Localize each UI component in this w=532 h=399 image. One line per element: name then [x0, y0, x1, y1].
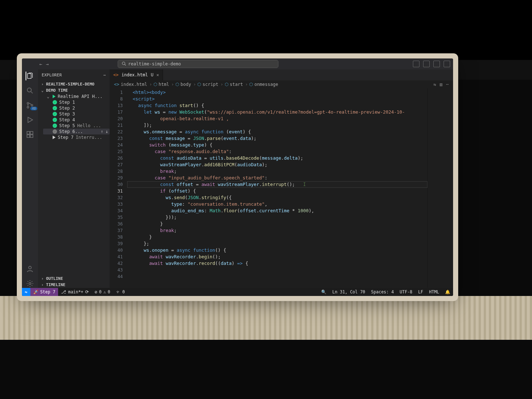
- layout-panel-icon[interactable]: [423, 61, 430, 67]
- error-icon: ⊘: [95, 289, 97, 294]
- folder-demo-time[interactable]: ⌄ DEMO TIME: [38, 87, 110, 94]
- account-icon[interactable]: [26, 265, 34, 273]
- step-item-3[interactable]: Step 3: [43, 111, 110, 117]
- code-line-31[interactable]: const offset = await wavStreamPlayer.int…: [127, 181, 428, 188]
- tab-index-html[interactable]: <> index.html U ✕: [110, 69, 163, 80]
- code-line-8[interactable]: <script>: [127, 96, 428, 102]
- status-indent[interactable]: Spaces: 4: [368, 288, 397, 296]
- code-line-28[interactable]: wavStreamPlayer.add16BitPCM(audioData);: [127, 162, 428, 168]
- nav-back-icon[interactable]: ←: [39, 61, 42, 67]
- status-notifications[interactable]: 🔔: [442, 288, 453, 296]
- code-line-43[interactable]: await wavRecorder.begin();: [127, 254, 428, 260]
- code-line-13[interactable]: async function start() {: [127, 102, 428, 109]
- breadcrumbs[interactable]: <> index.html› ⬡ html› ⬡ body› ⬡ script›…: [110, 80, 453, 88]
- command-center[interactable]: realtime-simple-demo: [118, 60, 278, 68]
- step-item-1[interactable]: Step 1: [43, 99, 110, 105]
- step-label: Step 2: [59, 106, 75, 111]
- run-debug-icon[interactable]: [26, 115, 34, 124]
- code-line-26[interactable]: case "response.audio.delta":: [127, 148, 428, 155]
- status-language[interactable]: HTML: [426, 288, 442, 296]
- demo-root[interactable]: ⌄Realtime API H...: [43, 94, 110, 99]
- settings-gear-icon[interactable]: [26, 279, 34, 288]
- code-line-17[interactable]: let ws = new WebSocket("wss://api.openai…: [127, 109, 428, 115]
- code-line-35[interactable]: audio_end_ms: Math.floor(offset.currentT…: [127, 208, 428, 214]
- code-line-33[interactable]: ws.send(JSON.stringify({: [127, 194, 428, 201]
- breadcrumb-body[interactable]: › ⬡ body: [171, 82, 191, 87]
- status-branch[interactable]: ⎇ main*+ ⟳: [58, 288, 92, 296]
- chevron-right-icon: ›: [221, 82, 223, 87]
- symbol-icon: ⬡: [175, 82, 179, 87]
- code-line-20[interactable]: openai-beta.realtime-v1 ,: [127, 115, 428, 122]
- explorer-sidebar: EXPLORER ⋯ › REALTIME-SIMPLE-DEMO ⌄ DEMO…: [38, 69, 110, 288]
- status-encoding[interactable]: UTF-8: [397, 288, 415, 296]
- chevron-right-icon: ›: [149, 82, 152, 87]
- code-line-36[interactable]: }));: [127, 214, 428, 221]
- layout-secondary-icon[interactable]: [433, 61, 440, 67]
- code-line-38[interactable]: break;: [127, 227, 428, 234]
- svg-point-10: [29, 282, 31, 285]
- code-line-29[interactable]: break;: [127, 168, 428, 175]
- move-up-icon[interactable]: ↑: [101, 129, 103, 134]
- code-line-1[interactable]: <html><body>: [127, 89, 428, 96]
- code-line-44[interactable]: await wavRecorder.record((data) => {: [127, 260, 428, 267]
- compare-icon[interactable]: ⇆: [433, 82, 436, 87]
- code-content[interactable]: <html><body> <script> async function sta…: [127, 88, 428, 288]
- code-line-37[interactable]: }: [127, 221, 428, 227]
- step-item-4[interactable]: Step 4: [43, 117, 110, 123]
- check-circle-icon: [53, 123, 57, 128]
- code-line-30[interactable]: case "input_audio_buffer.speech_started"…: [127, 175, 428, 181]
- explorer-icon[interactable]: [26, 72, 34, 80]
- source-control-icon[interactable]: [26, 101, 34, 110]
- step-item-2[interactable]: Step 2: [43, 105, 110, 111]
- breadcrumb-html[interactable]: › ⬡ html: [149, 82, 169, 87]
- sync-icon[interactable]: ⟳: [85, 289, 89, 294]
- code-line-34[interactable]: type: "conversation.item.truncate",: [127, 201, 428, 208]
- timeline-section[interactable]: › TIMELINE: [38, 282, 110, 288]
- code-editor[interactable]: 1813172021222324252627282930313233343536…: [110, 88, 453, 288]
- folder-realtime-simple-demo[interactable]: › REALTIME-SIMPLE-DEMO: [38, 81, 110, 87]
- breadcrumb-start[interactable]: › ⬡ start: [221, 82, 243, 87]
- remote-indicator[interactable]: ⇋: [22, 288, 30, 296]
- feedback-icon: 🔍: [321, 289, 326, 294]
- code-line-21[interactable]: ]);: [127, 122, 428, 129]
- search-text: realtime-simple-demo: [128, 61, 181, 66]
- remote-icon: ⇋: [25, 289, 27, 294]
- move-down-icon[interactable]: ↓: [106, 129, 108, 134]
- breadcrumb-index.html[interactable]: <> index.html: [114, 82, 147, 87]
- status-problems[interactable]: ⊘0 ⚠0: [92, 288, 113, 296]
- layout-primary-icon[interactable]: [413, 61, 419, 67]
- status-cursor[interactable]: Ln 31, Col 70: [329, 288, 368, 296]
- more-actions-icon[interactable]: ⋯: [446, 82, 449, 87]
- status-eol[interactable]: LF: [415, 288, 426, 296]
- chevron-right-icon: ›: [40, 282, 45, 287]
- step-item-6[interactable]: Step 6... ↑ ↓: [43, 129, 110, 134]
- code-line-25[interactable]: switch (message.type) {: [127, 142, 428, 148]
- status-feedback[interactable]: 🔍: [318, 288, 329, 296]
- code-line-32[interactable]: if (offset) {: [127, 188, 428, 194]
- breadcrumb-onmessage[interactable]: › ⬡ onmessage: [245, 82, 278, 87]
- split-editor-icon[interactable]: ▥: [440, 82, 442, 87]
- status-step[interactable]: 🚀 Step 7: [30, 288, 58, 296]
- svg-rect-8: [30, 135, 33, 137]
- nav-forward-icon[interactable]: →: [46, 61, 49, 67]
- code-line-23[interactable]: ws.onmessage = async function (event) {: [127, 129, 428, 135]
- layout-custom-icon[interactable]: [444, 61, 450, 67]
- extensions-icon[interactable]: [26, 130, 34, 139]
- code-line-42[interactable]: ws.onopen = async function() {: [127, 247, 428, 254]
- symbol-icon: ⬡: [249, 82, 253, 87]
- radio-icon: ᯤ: [116, 289, 121, 294]
- code-line-39[interactable]: }: [127, 234, 428, 240]
- step-item-5[interactable]: Step 5 Hello ...: [43, 123, 110, 129]
- code-line-40[interactable]: };: [127, 240, 428, 247]
- close-tab-icon[interactable]: ✕: [156, 72, 159, 77]
- status-ports[interactable]: ᯤ0: [113, 288, 128, 296]
- outline-section[interactable]: › OUTLINE: [38, 276, 110, 282]
- sidebar-more-icon[interactable]: ⋯: [103, 73, 106, 77]
- code-line-27[interactable]: const audioData = utils.base64Decode(mes…: [127, 155, 428, 162]
- breadcrumb-script[interactable]: › ⬡ script: [193, 82, 218, 87]
- code-line-24[interactable]: const message = JSON.parse(event.data);: [127, 135, 428, 142]
- step-item-7[interactable]: Step 7 Interru...: [43, 134, 110, 140]
- minimap[interactable]: [428, 88, 453, 288]
- search-activity-icon[interactable]: [26, 86, 34, 95]
- symbol-icon: ⬡: [197, 82, 201, 87]
